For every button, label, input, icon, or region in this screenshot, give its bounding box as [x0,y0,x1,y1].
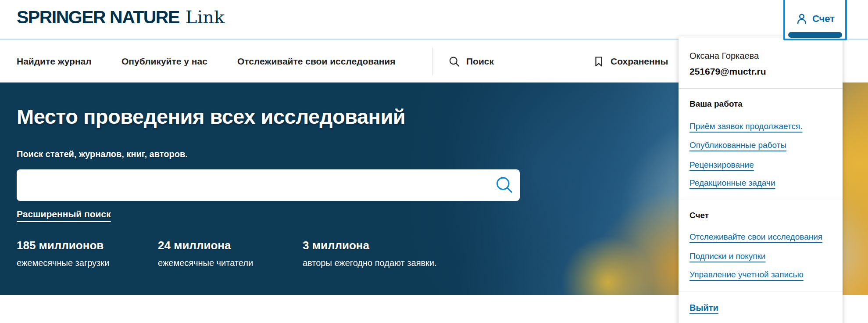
stat-caption: ежемесячные читатели [158,258,253,268]
nav-search[interactable]: Поиск [448,55,494,67]
sign-out-link[interactable]: Выйти [689,303,718,313]
menu-link-submissions-open[interactable]: Приём заявок продолжается. [689,122,832,132]
menu-link-manage-account[interactable]: Управление учетной записью [689,270,832,280]
logo-springer-nature: SPRINGER NATURE [17,7,179,28]
account-button-label: Счет [812,13,835,25]
account-button[interactable]: Счет [783,0,847,40]
menu-divider [679,88,843,89]
stat-annual-authors: 3 миллиона авторы ежегодно подают заявки… [303,239,437,268]
stat-monthly-readers: 24 миллиона ежемесячные читатели [158,239,253,268]
menu-link-published-works[interactable]: Опубликованные работы [689,140,832,151]
nav-item-find-journal[interactable]: Найдите журнал [17,56,92,67]
account-dropdown-menu: Оксана Горкаева 251679@muctr.ru Ваша раб… [679,36,843,323]
stat-caption: авторы ежегодно подают заявки. [303,258,437,268]
stat-monthly-downloads: 185 миллионов ежемесячные загрузки [17,239,109,268]
search-submit-button[interactable] [493,173,515,197]
bookmark-icon [593,56,604,67]
nav-item-publish-with-us[interactable]: Опубликуйте у нас [121,56,207,67]
stat-value: 3 миллиона [303,239,437,252]
nav-item-track-your-research[interactable]: Отслеживайте свои исследования [237,56,396,67]
advanced-search-link[interactable]: Расширенный поиск [17,209,111,219]
menu-link-editorial-tasks[interactable]: Редакционные задачи [689,178,832,188]
menu-link-subscriptions-purchases[interactable]: Подписки и покупки [689,251,832,262]
person-icon [796,13,808,25]
search-caption: Поиск статей, журналов, книг, авторов. [17,149,188,159]
logo[interactable]: SPRINGER NATURE Link [17,7,225,28]
search-icon [448,55,460,67]
menu-heading-your-work: Ваша работа [689,99,832,109]
search-input[interactable] [17,169,520,201]
hero-search [17,169,520,201]
menu-link-reviewing[interactable]: Рецензирование [689,160,832,170]
menu-heading-account: Счет [689,211,832,221]
stat-value: 24 миллиона [158,239,253,252]
account-active-indicator [788,32,842,38]
stat-caption: ежемесячные загрузки [17,258,109,268]
nav-search-label: Поиск [466,56,494,67]
menu-divider [679,291,843,291]
springer-nature-link-page: SPRINGER NATURE Link Счет Найдите журнал… [0,0,868,323]
logo-link: Link [186,7,225,27]
menu-divider [679,200,843,200]
user-email: 251679@muctr.ru [689,66,832,77]
hero-title: Место проведения всех исследований [17,104,405,129]
nav-saved[interactable]: Сохраненны [593,56,668,67]
nav-saved-label: Сохраненны [611,56,668,67]
user-name: Оксана Горкаева [689,50,832,61]
header: SPRINGER NATURE Link [0,0,868,40]
nav-divider [432,48,432,75]
stat-value: 185 миллионов [17,239,109,252]
menu-link-track-your-research[interactable]: Отслеживайте свои исследования [689,232,832,242]
search-magnifier-icon [494,175,514,194]
